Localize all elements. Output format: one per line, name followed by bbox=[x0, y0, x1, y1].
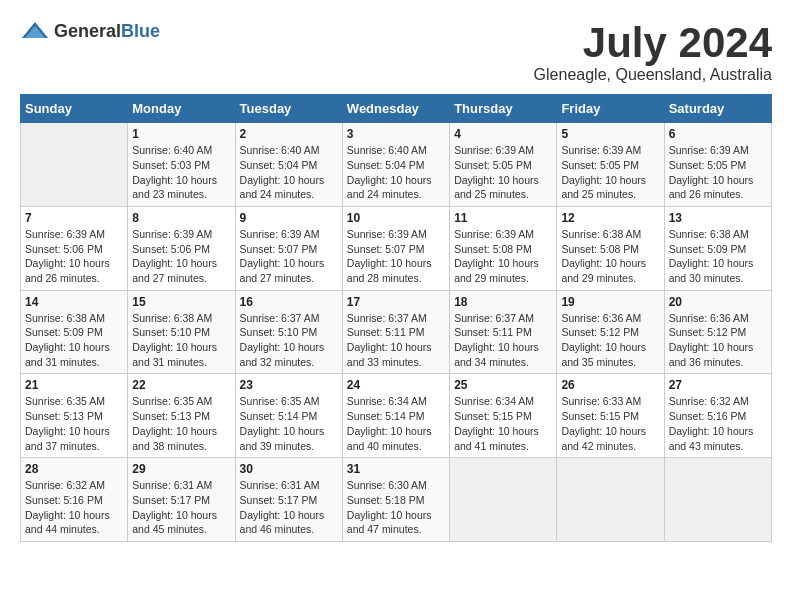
calendar-week-row: 7Sunrise: 6:39 AM Sunset: 5:06 PM Daylig… bbox=[21, 206, 772, 290]
table-row: 26Sunrise: 6:33 AM Sunset: 5:15 PM Dayli… bbox=[557, 374, 664, 458]
day-number: 24 bbox=[347, 378, 445, 392]
day-info: Sunrise: 6:37 AM Sunset: 5:10 PM Dayligh… bbox=[240, 311, 338, 370]
day-info: Sunrise: 6:32 AM Sunset: 5:16 PM Dayligh… bbox=[669, 394, 767, 453]
header: GeneralBlue July 2024 Gleneagle, Queensl… bbox=[20, 20, 772, 84]
day-number: 9 bbox=[240, 211, 338, 225]
day-number: 26 bbox=[561, 378, 659, 392]
day-info: Sunrise: 6:37 AM Sunset: 5:11 PM Dayligh… bbox=[347, 311, 445, 370]
table-row: 9Sunrise: 6:39 AM Sunset: 5:07 PM Daylig… bbox=[235, 206, 342, 290]
table-row: 16Sunrise: 6:37 AM Sunset: 5:10 PM Dayli… bbox=[235, 290, 342, 374]
day-number: 16 bbox=[240, 295, 338, 309]
day-number: 7 bbox=[25, 211, 123, 225]
table-row: 21Sunrise: 6:35 AM Sunset: 5:13 PM Dayli… bbox=[21, 374, 128, 458]
table-row: 7Sunrise: 6:39 AM Sunset: 5:06 PM Daylig… bbox=[21, 206, 128, 290]
table-row: 15Sunrise: 6:38 AM Sunset: 5:10 PM Dayli… bbox=[128, 290, 235, 374]
day-info: Sunrise: 6:38 AM Sunset: 5:09 PM Dayligh… bbox=[669, 227, 767, 286]
calendar-week-row: 14Sunrise: 6:38 AM Sunset: 5:09 PM Dayli… bbox=[21, 290, 772, 374]
calendar-table: Sunday Monday Tuesday Wednesday Thursday… bbox=[20, 94, 772, 542]
generalblue-logo-icon bbox=[20, 20, 50, 42]
day-number: 6 bbox=[669, 127, 767, 141]
day-number: 25 bbox=[454, 378, 552, 392]
day-info: Sunrise: 6:30 AM Sunset: 5:18 PM Dayligh… bbox=[347, 478, 445, 537]
table-row: 19Sunrise: 6:36 AM Sunset: 5:12 PM Dayli… bbox=[557, 290, 664, 374]
table-row: 29Sunrise: 6:31 AM Sunset: 5:17 PM Dayli… bbox=[128, 458, 235, 542]
table-row: 5Sunrise: 6:39 AM Sunset: 5:05 PM Daylig… bbox=[557, 123, 664, 207]
day-number: 13 bbox=[669, 211, 767, 225]
day-number: 10 bbox=[347, 211, 445, 225]
day-info: Sunrise: 6:36 AM Sunset: 5:12 PM Dayligh… bbox=[669, 311, 767, 370]
day-info: Sunrise: 6:39 AM Sunset: 5:07 PM Dayligh… bbox=[240, 227, 338, 286]
table-row bbox=[21, 123, 128, 207]
day-number: 14 bbox=[25, 295, 123, 309]
day-number: 1 bbox=[132, 127, 230, 141]
table-row: 28Sunrise: 6:32 AM Sunset: 5:16 PM Dayli… bbox=[21, 458, 128, 542]
day-number: 27 bbox=[669, 378, 767, 392]
table-row: 4Sunrise: 6:39 AM Sunset: 5:05 PM Daylig… bbox=[450, 123, 557, 207]
table-row bbox=[557, 458, 664, 542]
day-info: Sunrise: 6:40 AM Sunset: 5:04 PM Dayligh… bbox=[240, 143, 338, 202]
day-info: Sunrise: 6:39 AM Sunset: 5:06 PM Dayligh… bbox=[132, 227, 230, 286]
day-number: 4 bbox=[454, 127, 552, 141]
day-info: Sunrise: 6:39 AM Sunset: 5:08 PM Dayligh… bbox=[454, 227, 552, 286]
day-info: Sunrise: 6:39 AM Sunset: 5:05 PM Dayligh… bbox=[669, 143, 767, 202]
day-info: Sunrise: 6:38 AM Sunset: 5:10 PM Dayligh… bbox=[132, 311, 230, 370]
day-info: Sunrise: 6:36 AM Sunset: 5:12 PM Dayligh… bbox=[561, 311, 659, 370]
weekday-header-row: Sunday Monday Tuesday Wednesday Thursday… bbox=[21, 95, 772, 123]
table-row: 6Sunrise: 6:39 AM Sunset: 5:05 PM Daylig… bbox=[664, 123, 771, 207]
day-info: Sunrise: 6:40 AM Sunset: 5:04 PM Dayligh… bbox=[347, 143, 445, 202]
day-info: Sunrise: 6:39 AM Sunset: 5:06 PM Dayligh… bbox=[25, 227, 123, 286]
table-row: 25Sunrise: 6:34 AM Sunset: 5:15 PM Dayli… bbox=[450, 374, 557, 458]
table-row: 12Sunrise: 6:38 AM Sunset: 5:08 PM Dayli… bbox=[557, 206, 664, 290]
table-row: 3Sunrise: 6:40 AM Sunset: 5:04 PM Daylig… bbox=[342, 123, 449, 207]
day-number: 3 bbox=[347, 127, 445, 141]
day-number: 19 bbox=[561, 295, 659, 309]
day-info: Sunrise: 6:33 AM Sunset: 5:15 PM Dayligh… bbox=[561, 394, 659, 453]
day-number: 18 bbox=[454, 295, 552, 309]
month-title: July 2024 bbox=[534, 20, 772, 66]
day-info: Sunrise: 6:31 AM Sunset: 5:17 PM Dayligh… bbox=[132, 478, 230, 537]
day-info: Sunrise: 6:40 AM Sunset: 5:03 PM Dayligh… bbox=[132, 143, 230, 202]
day-number: 8 bbox=[132, 211, 230, 225]
header-monday: Monday bbox=[128, 95, 235, 123]
table-row: 1Sunrise: 6:40 AM Sunset: 5:03 PM Daylig… bbox=[128, 123, 235, 207]
day-number: 29 bbox=[132, 462, 230, 476]
day-number: 11 bbox=[454, 211, 552, 225]
day-info: Sunrise: 6:37 AM Sunset: 5:11 PM Dayligh… bbox=[454, 311, 552, 370]
table-row: 17Sunrise: 6:37 AM Sunset: 5:11 PM Dayli… bbox=[342, 290, 449, 374]
day-info: Sunrise: 6:31 AM Sunset: 5:17 PM Dayligh… bbox=[240, 478, 338, 537]
table-row: 13Sunrise: 6:38 AM Sunset: 5:09 PM Dayli… bbox=[664, 206, 771, 290]
day-info: Sunrise: 6:39 AM Sunset: 5:05 PM Dayligh… bbox=[561, 143, 659, 202]
day-number: 22 bbox=[132, 378, 230, 392]
table-row: 31Sunrise: 6:30 AM Sunset: 5:18 PM Dayli… bbox=[342, 458, 449, 542]
logo-text-blue: Blue bbox=[121, 21, 160, 41]
day-number: 17 bbox=[347, 295, 445, 309]
day-number: 31 bbox=[347, 462, 445, 476]
table-row: 23Sunrise: 6:35 AM Sunset: 5:14 PM Dayli… bbox=[235, 374, 342, 458]
table-row: 30Sunrise: 6:31 AM Sunset: 5:17 PM Dayli… bbox=[235, 458, 342, 542]
day-number: 21 bbox=[25, 378, 123, 392]
title-area: July 2024 Gleneagle, Queensland, Austral… bbox=[534, 20, 772, 84]
location-title: Gleneagle, Queensland, Australia bbox=[534, 66, 772, 84]
table-row: 18Sunrise: 6:37 AM Sunset: 5:11 PM Dayli… bbox=[450, 290, 557, 374]
day-info: Sunrise: 6:39 AM Sunset: 5:07 PM Dayligh… bbox=[347, 227, 445, 286]
day-number: 15 bbox=[132, 295, 230, 309]
calendar-week-row: 1Sunrise: 6:40 AM Sunset: 5:03 PM Daylig… bbox=[21, 123, 772, 207]
day-number: 2 bbox=[240, 127, 338, 141]
calendar-week-row: 21Sunrise: 6:35 AM Sunset: 5:13 PM Dayli… bbox=[21, 374, 772, 458]
day-info: Sunrise: 6:32 AM Sunset: 5:16 PM Dayligh… bbox=[25, 478, 123, 537]
calendar-week-row: 28Sunrise: 6:32 AM Sunset: 5:16 PM Dayli… bbox=[21, 458, 772, 542]
day-info: Sunrise: 6:35 AM Sunset: 5:13 PM Dayligh… bbox=[132, 394, 230, 453]
day-info: Sunrise: 6:34 AM Sunset: 5:15 PM Dayligh… bbox=[454, 394, 552, 453]
day-number: 28 bbox=[25, 462, 123, 476]
header-wednesday: Wednesday bbox=[342, 95, 449, 123]
day-info: Sunrise: 6:39 AM Sunset: 5:05 PM Dayligh… bbox=[454, 143, 552, 202]
header-sunday: Sunday bbox=[21, 95, 128, 123]
day-number: 12 bbox=[561, 211, 659, 225]
header-thursday: Thursday bbox=[450, 95, 557, 123]
table-row bbox=[450, 458, 557, 542]
table-row: 8Sunrise: 6:39 AM Sunset: 5:06 PM Daylig… bbox=[128, 206, 235, 290]
table-row: 27Sunrise: 6:32 AM Sunset: 5:16 PM Dayli… bbox=[664, 374, 771, 458]
day-info: Sunrise: 6:35 AM Sunset: 5:13 PM Dayligh… bbox=[25, 394, 123, 453]
day-info: Sunrise: 6:35 AM Sunset: 5:14 PM Dayligh… bbox=[240, 394, 338, 453]
day-info: Sunrise: 6:34 AM Sunset: 5:14 PM Dayligh… bbox=[347, 394, 445, 453]
